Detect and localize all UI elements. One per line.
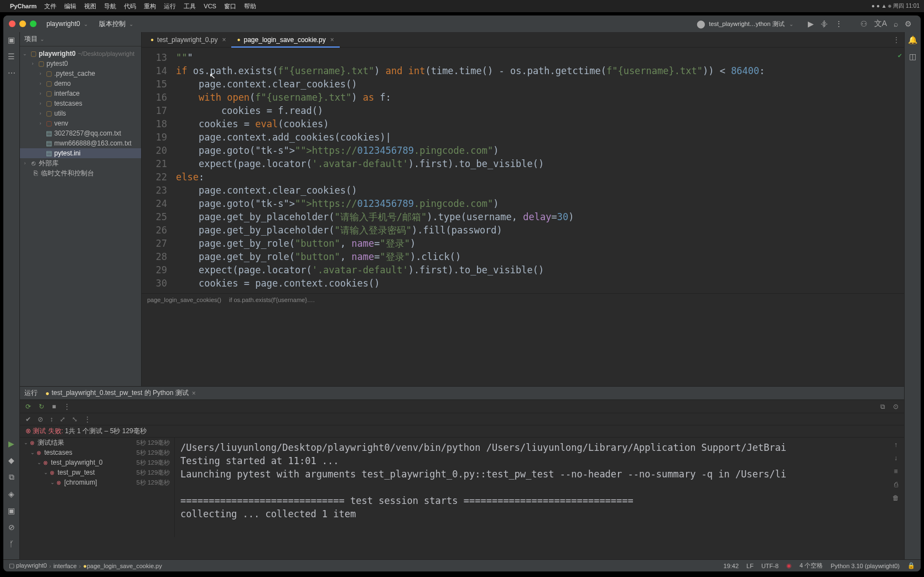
close-tab-icon[interactable]: × (330, 36, 334, 44)
project-tool-icon[interactable]: ▣ (8, 35, 15, 44)
code-with-me-icon[interactable]: ⚇ (860, 19, 868, 28)
git-status-icon[interactable]: ◉ (786, 562, 792, 569)
stop-icon[interactable]: ■ (52, 403, 56, 410)
sort-icon[interactable]: ↕ (50, 415, 53, 423)
breadcrumb-root[interactable]: ▢ playwright0 (9, 562, 47, 569)
crumb-fn[interactable]: page_login_save_cookies() (147, 297, 221, 303)
tree-root[interactable]: ⌄▢ playwright0 ~/Desktop/playwright (20, 49, 141, 59)
line-sep[interactable]: LF (746, 563, 754, 569)
run-configuration[interactable]: test_playwright…ython 测试 (709, 20, 784, 28)
tree-node[interactable]: ›▢venv (20, 118, 141, 128)
git-icon[interactable]: ᚶ (9, 539, 14, 548)
scroll-top-icon[interactable]: ↑ (894, 441, 897, 449)
code-editor[interactable]: ✔ 131415161718192021222324252627282930 "… (142, 48, 904, 293)
layout-icon[interactable]: ⧉ (880, 403, 885, 410)
tree-scratches[interactable]: ⎘临时文件和控制台 (20, 168, 141, 178)
close-run-tab-icon[interactable]: × (192, 389, 196, 397)
test-tree-row[interactable]: ⌄⊗[chromium]5秒 129毫秒 (20, 477, 174, 487)
rerun-icon[interactable]: ⟳ (25, 403, 31, 410)
tree-node[interactable]: ▤pytest.ini (20, 148, 141, 158)
tab-test-playwright-0[interactable]: ● test_playwright_0.py × (145, 32, 231, 47)
run-more-icon[interactable]: ⋮ (64, 403, 70, 410)
database-icon[interactable]: ◫ (909, 52, 916, 61)
test-tree-row[interactable]: ⌄⊗测试结果5秒 129毫秒 (20, 438, 174, 448)
tree-node[interactable]: ›▢interface (20, 89, 141, 98)
more-tool-icon[interactable]: ⋯ (8, 69, 15, 77)
menu-file[interactable]: 文件 (44, 2, 56, 11)
notifications-icon[interactable]: 🔔 (908, 35, 917, 44)
runconf-chevron-icon[interactable]: ⌄ (789, 21, 793, 27)
more-run-icon[interactable]: ⋮ (835, 19, 843, 28)
translate-icon[interactable]: 文A (874, 19, 887, 29)
python-packages-icon[interactable]: ◆ (8, 456, 14, 465)
project-chevron-icon[interactable]: ⌄ (84, 21, 88, 27)
test-console[interactable]: /Users/liuyunlong/Desktop/playwright0/ve… (175, 438, 887, 537)
menu-code[interactable]: 代码 (124, 2, 136, 11)
tree-node[interactable]: ›▢.pytest_cache (20, 69, 141, 79)
screenshot-icon[interactable]: ⎙ (894, 481, 898, 488)
project-tree[interactable]: ⌄▢ playwright0 ~/Desktop/playwright ›▢py… (20, 46, 141, 180)
tree-node[interactable]: ›▢pytest0 (20, 59, 141, 69)
project-chevron-icon[interactable]: ⌄ (40, 36, 44, 42)
tree-node[interactable]: ▤mwn666888@163.com.txt (20, 138, 141, 148)
search-icon[interactable]: ⌕ (894, 19, 898, 28)
project-panel-header[interactable]: 项目 ⌄ (20, 32, 141, 46)
menu-help[interactable]: 帮助 (244, 2, 256, 11)
editor-source[interactable]: """if os.path.exists(f"{username}.txt") … (172, 48, 904, 293)
menu-vcs[interactable]: VCS (204, 3, 216, 9)
scroll-bottom-icon[interactable]: ↓ (894, 454, 897, 462)
lock-icon[interactable]: 🔒 (907, 562, 915, 569)
project-name[interactable]: playwright0 (46, 20, 80, 28)
pin-icon[interactable]: ⊙ (893, 403, 899, 410)
test-tree-row[interactable]: ⌄⊗testcases5秒 129毫秒 (20, 448, 174, 458)
run-tab[interactable]: test_playwright_0.test_pw_test 的 Python … (51, 388, 188, 398)
collapse-all-icon[interactable]: ⤡ (72, 415, 77, 423)
minimize-window-icon[interactable] (19, 20, 26, 27)
menu-view[interactable]: 视图 (84, 2, 96, 11)
menubar-app[interactable]: PyCharm (10, 3, 37, 9)
terminal-icon[interactable]: ▣ (8, 506, 15, 515)
vcs-menu[interactable]: 版本控制 (99, 19, 126, 29)
tree-node[interactable]: ›▢testcases (20, 98, 141, 108)
breadcrumb-file[interactable]: page_login_save_cookie.py (87, 563, 162, 569)
tree-node[interactable]: ›▢utils (20, 108, 141, 118)
cursor-position[interactable]: 19:42 (724, 563, 739, 569)
services-icon[interactable]: ◈ (8, 490, 14, 498)
tree-external-libs[interactable]: ›⎋外部库 (20, 158, 141, 168)
tab-page-login-save-cookie[interactable]: ● page_login_save_cookie.py × (231, 32, 339, 47)
run-icon[interactable]: ▶ (808, 19, 814, 28)
python-console-icon[interactable]: ⧉ (9, 472, 14, 482)
problems-icon[interactable]: ⊘ (8, 523, 15, 532)
close-tab-icon[interactable]: × (222, 36, 226, 44)
breadcrumbs-editor[interactable]: page_login_save_cookies() if os.path.exi… (142, 293, 904, 305)
menu-run[interactable]: 运行 (164, 2, 176, 11)
debug-icon[interactable]: ⸎ (821, 19, 828, 28)
menu-refactor[interactable]: 重构 (144, 2, 156, 11)
rerun-failed-icon[interactable]: ↻ (39, 403, 44, 410)
editor-gutter[interactable]: 131415161718192021222324252627282930 (142, 48, 172, 293)
tab-menu-icon[interactable]: ⋮ (893, 36, 900, 44)
filter-more-icon[interactable]: ⋮ (84, 415, 91, 423)
soft-wrap-icon[interactable]: ≡ (894, 467, 897, 475)
breadcrumb-dir[interactable]: interface (53, 563, 76, 569)
test-tree[interactable]: ⌄⊗测试结果5秒 129毫秒⌄⊗testcases5秒 129毫秒⌄⊗test_… (20, 438, 175, 537)
menu-edit[interactable]: 编辑 (64, 2, 76, 11)
test-tree-row[interactable]: ⌄⊗test_pw_test5秒 129毫秒 (20, 467, 174, 477)
run-tool-icon[interactable]: ▶ (8, 439, 14, 448)
show-ignored-icon[interactable]: ⊘ (38, 415, 43, 423)
interpreter[interactable]: Python 3.10 (playwright0) (830, 563, 900, 569)
structure-tool-icon[interactable]: ☰ (8, 52, 15, 61)
encoding[interactable]: UTF-8 (761, 563, 778, 569)
menu-window[interactable]: 窗口 (224, 2, 236, 11)
close-window-icon[interactable] (9, 20, 15, 27)
tree-node[interactable]: ›▢demo (20, 79, 141, 89)
menu-navigate[interactable]: 导航 (104, 2, 116, 11)
indent[interactable]: 4 个空格 (800, 562, 823, 570)
crumb-if[interactable]: if os.path.exists(f'{username}…. (229, 297, 315, 303)
trash-icon[interactable]: 🗑 (892, 494, 899, 502)
expand-all-icon[interactable]: ⤢ (60, 415, 65, 423)
vcs-chevron-icon[interactable]: ⌄ (129, 21, 133, 27)
test-tree-row[interactable]: ⌄⊗test_playwright_05秒 129毫秒 (20, 458, 174, 467)
menu-tools[interactable]: 工具 (184, 2, 196, 11)
zoom-window-icon[interactable] (30, 20, 37, 27)
